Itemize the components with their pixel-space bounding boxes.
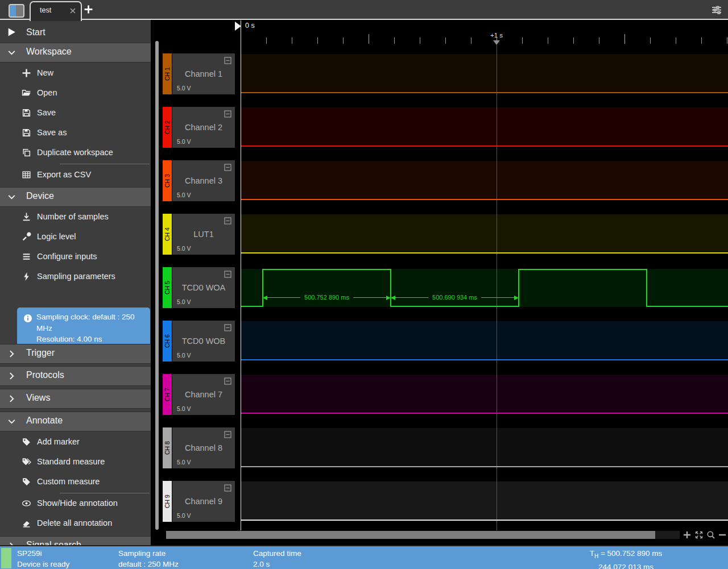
sidebar-item-custom-measure[interactable]: Custom measure	[0, 472, 151, 492]
sidebar-item-delete-all-annotation[interactable]: Delete all annotation	[0, 514, 151, 533]
close-icon[interactable]	[69, 7, 77, 15]
arrow-left-icon	[263, 296, 267, 300]
channel-color-strip[interactable]: CH 5	[163, 267, 172, 308]
channel-voltage: 5.0 V	[177, 512, 191, 519]
sidebar-item-number-of-samples[interactable]: Number of samples	[0, 207, 151, 227]
save-icon	[22, 108, 31, 118]
waveform-scrollbar-thumb[interactable]	[166, 531, 655, 539]
collapse-channel-icon[interactable]	[224, 324, 231, 331]
channel-name: Channel 8	[172, 443, 235, 452]
section-trigger[interactable]: Trigger	[0, 344, 151, 364]
section-device[interactable]: Device	[0, 187, 151, 207]
channel-voltage: 5.0 V	[177, 192, 191, 198]
channel-name: Channel 9	[172, 497, 235, 506]
collapse-channel-icon[interactable]	[224, 271, 231, 278]
signal-falling-edge	[646, 269, 647, 307]
channel-card[interactable]: Channel 2 5.0 V	[172, 107, 235, 148]
measurement-annotation: 500.752 890 ms	[263, 294, 391, 301]
chevron-down-icon	[7, 192, 16, 202]
section-signal-search[interactable]: Signal search	[0, 536, 151, 545]
channel-color-strip[interactable]: CH 4	[163, 214, 172, 255]
signal-trace	[241, 199, 728, 200]
download-icon	[22, 212, 31, 222]
sidebar-item-sampling-parameters[interactable]: Sampling parameters	[0, 267, 151, 286]
play-icon	[7, 27, 16, 37]
sidebar-item-configure-inputs[interactable]: Configure inputs	[0, 247, 151, 267]
channel-color-strip[interactable]: CH 8	[163, 427, 172, 468]
collapse-channel-icon[interactable]	[224, 164, 231, 171]
channel-color-strip[interactable]: CH 7	[163, 374, 172, 415]
channel-name: Channel 2	[172, 123, 235, 132]
sidebar-item-save[interactable]: Save	[0, 103, 151, 123]
channel-card[interactable]: Channel 3 5.0 V	[172, 160, 235, 201]
save-as-icon	[22, 128, 31, 138]
magnifier-icon[interactable]	[706, 530, 715, 539]
collapse-channel-icon[interactable]	[224, 57, 231, 64]
channel-name: TCD0 WOA	[172, 283, 235, 292]
channel-color-strip[interactable]: CH 2	[163, 107, 172, 148]
channel-name: Channel 7	[172, 390, 235, 399]
origin-time-label: 0 s	[245, 22, 255, 30]
waveform-band	[241, 375, 728, 413]
channel-card[interactable]: Channel 1 5.0 V	[172, 53, 235, 94]
tab-bar: test	[0, 0, 728, 20]
waveform-band	[241, 161, 728, 199]
section-views[interactable]: Views	[0, 389, 151, 409]
channel-name: Channel 3	[172, 176, 235, 185]
signal-trace	[241, 520, 728, 521]
list-icon	[22, 252, 31, 261]
section-protocols[interactable]: Protocols	[0, 366, 151, 386]
channel-card[interactable]: Channel 7 5.0 V	[172, 374, 235, 415]
sidebar-item-standard-measure[interactable]: Standard measure	[0, 452, 151, 472]
settings-sliders-icon[interactable]	[711, 5, 722, 15]
channel-card[interactable]: Channel 9 5.0 V	[172, 481, 235, 522]
sidebar-item-export-csv[interactable]: Export as CSV	[0, 165, 151, 185]
section-annotate[interactable]: Annotate	[0, 412, 151, 431]
section-workspace[interactable]: Workspace	[0, 43, 151, 63]
start-button[interactable]: Start	[0, 23, 151, 42]
channel-card[interactable]: Channel 8 5.0 V	[172, 427, 235, 468]
channel-voltage: 5.0 V	[177, 352, 191, 359]
sidebar-item-duplicate-workspace[interactable]: Duplicate workspace	[0, 143, 151, 163]
channel-voltage: 5.0 V	[177, 298, 191, 305]
collapse-channel-icon[interactable]	[224, 110, 231, 118]
zoom-in-icon[interactable]	[682, 530, 692, 539]
arrow-right-icon	[386, 296, 391, 300]
sidebar-item-new[interactable]: New	[0, 64, 151, 83]
collapse-channel-icon[interactable]	[224, 431, 231, 438]
origin-cursor-line	[241, 20, 241, 530]
sidebar-item-open[interactable]: Open	[0, 84, 151, 103]
channel-color-strip[interactable]: CH 6	[163, 321, 172, 362]
collapse-channel-icon[interactable]	[224, 377, 231, 385]
sidebar-item-logic-level[interactable]: Logic level	[0, 227, 151, 247]
sidebar-scrollbar[interactable]	[155, 41, 159, 530]
zoom-out-icon[interactable]	[718, 530, 727, 539]
ruler-tick-one-half-second	[624, 34, 625, 44]
channel-color-strip[interactable]: CH 3	[163, 160, 172, 201]
collapse-channel-icon[interactable]	[224, 484, 231, 492]
tab-test[interactable]: test	[30, 1, 82, 21]
new-tab-button[interactable]	[84, 5, 93, 14]
fit-view-icon[interactable]	[694, 530, 704, 539]
collapse-channel-icon[interactable]	[224, 217, 231, 225]
channel-card[interactable]: LUT1 5.0 V	[172, 214, 235, 255]
sidebar-item-save-as[interactable]: Save as	[0, 123, 151, 143]
folder-open-icon	[22, 88, 31, 98]
sidebar-item-add-marker[interactable]: Add marker	[0, 433, 151, 452]
measurement-value: 500.690 934 ms	[428, 294, 481, 301]
signal-trace	[241, 466, 728, 467]
channel-card[interactable]: TCD0 WOA 5.0 V	[172, 267, 235, 308]
one-second-marker-icon[interactable]	[493, 40, 500, 45]
second-measurement: 244.072 013 ms	[568, 562, 684, 569]
signal-trace	[241, 252, 728, 254]
channel-color-strip[interactable]: CH 9	[163, 481, 172, 522]
info-line-1: Sampling clock: default : 250 MHz	[36, 312, 146, 334]
channel-card[interactable]: TCD0 WOB 5.0 V	[172, 321, 235, 362]
th-measurement: TH = 500.752 890 ms	[568, 548, 684, 562]
channel-color-strip[interactable]: CH 1	[163, 53, 172, 94]
channel-name: TCD0 WOB	[172, 337, 235, 346]
tab-title: test	[40, 6, 51, 14]
channel-voltage: 5.0 V	[177, 138, 191, 145]
sidebar-item-show-hide-annotation[interactable]: Show/Hide annotation	[0, 494, 151, 513]
channel-voltage: 5.0 V	[177, 459, 191, 466]
